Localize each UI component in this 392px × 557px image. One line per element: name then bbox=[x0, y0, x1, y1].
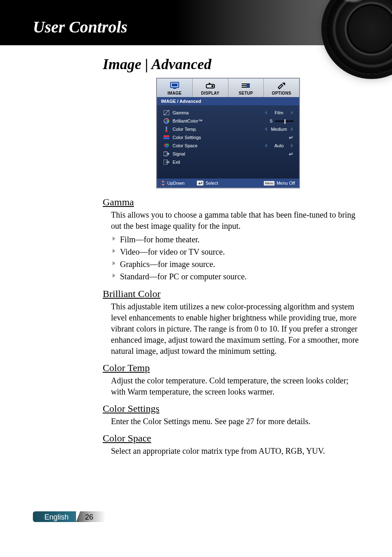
tab-image[interactable]: IMAGE bbox=[157, 79, 193, 97]
list-item: Video—for video or TV source. bbox=[113, 246, 359, 258]
row-label: Signal bbox=[173, 151, 289, 156]
row-label: Color Settings bbox=[173, 135, 289, 140]
brilliantcolor-heading: Brilliant Color bbox=[103, 288, 359, 299]
osd-breadcrumb: IMAGE / Advanced bbox=[157, 97, 299, 105]
footer-language: English bbox=[33, 511, 76, 522]
row-label: Gamma bbox=[173, 110, 265, 115]
row-label: Color Temp. bbox=[173, 127, 265, 132]
svg-rect-16 bbox=[164, 137, 169, 139]
brilliantcolor-text: This adjustable item utilizes a new colo… bbox=[103, 301, 359, 357]
updown-arrows-icon bbox=[161, 180, 165, 186]
row-label: Color Space bbox=[173, 143, 265, 148]
osd-row-signal[interactable]: Signal ↵ bbox=[163, 150, 293, 158]
arrow-left-icon bbox=[265, 127, 267, 131]
arrow-left-icon bbox=[265, 111, 267, 115]
section-title: Image | Advanced bbox=[103, 56, 359, 73]
svg-point-8 bbox=[247, 84, 250, 87]
list-item: Graphics—for image source. bbox=[113, 258, 359, 270]
list-item: Standard—for PC or computer source. bbox=[113, 270, 359, 283]
svg-point-4 bbox=[211, 85, 213, 87]
osd-row-gamma[interactable]: Gamma Film bbox=[163, 109, 293, 117]
slider-track bbox=[275, 121, 293, 122]
tab-setup[interactable]: SETUP bbox=[228, 79, 264, 97]
arrow-right-icon bbox=[291, 127, 293, 131]
colortemp-heading: Color Temp bbox=[103, 362, 359, 374]
svg-rect-2 bbox=[173, 88, 176, 89]
page-header: User Controls bbox=[0, 0, 392, 45]
color-bars-icon bbox=[163, 135, 170, 140]
exit-icon bbox=[163, 159, 170, 165]
osd-row-exit[interactable]: Exit bbox=[163, 158, 293, 166]
row-label: Exit bbox=[173, 160, 293, 165]
tab-label: DISPLAY bbox=[193, 91, 228, 95]
sliders-icon bbox=[228, 81, 264, 90]
thermometer-icon bbox=[163, 126, 170, 132]
page-content: Image | Advanced IMAGE DISPLAY SETUP bbox=[0, 45, 392, 457]
list-item: Film—for home theater. bbox=[113, 233, 359, 246]
svg-point-19 bbox=[165, 145, 168, 148]
gamma-heading: Gamma bbox=[103, 197, 359, 208]
row-value: Medium bbox=[270, 127, 288, 132]
colorsettings-text: Enter the Color Settings menu. See page … bbox=[103, 416, 359, 427]
arrow-left-icon bbox=[265, 144, 267, 148]
colorsettings-heading: Color Settings bbox=[103, 403, 359, 414]
svg-rect-15 bbox=[164, 135, 169, 137]
gamma-text: This allows you to choose a gamma table … bbox=[103, 209, 359, 232]
osd-footer: UpDown Select Menu Menu Off bbox=[157, 179, 299, 188]
tab-options[interactable]: OPTIONS bbox=[264, 79, 299, 97]
arrow-right-icon bbox=[291, 111, 293, 115]
osd-menu: IMAGE DISPLAY SETUP OPTIONS IMA bbox=[156, 78, 300, 188]
menu-key-icon: Menu bbox=[264, 181, 274, 186]
hint-label: Select bbox=[205, 181, 218, 186]
tab-label: SETUP bbox=[228, 91, 264, 95]
tab-label: OPTIONS bbox=[264, 91, 299, 95]
hint-select: Select bbox=[197, 181, 218, 186]
footer-page-number: 26 bbox=[76, 511, 106, 522]
hint-label: Menu Off bbox=[277, 181, 295, 186]
svg-rect-1 bbox=[172, 84, 178, 86]
enter-icon: ↵ bbox=[289, 135, 293, 141]
signal-input-icon bbox=[163, 151, 170, 157]
tab-display[interactable]: DISPLAY bbox=[193, 79, 228, 97]
curve-icon bbox=[163, 110, 170, 116]
osd-row-brilliantcolor[interactable]: BrilliantColor™ 5 bbox=[163, 117, 293, 125]
hint-updown: UpDown bbox=[161, 180, 184, 186]
monitor-icon bbox=[157, 81, 192, 90]
color-wheel-icon bbox=[163, 118, 170, 124]
osd-row-colortemp[interactable]: Color Temp. Medium bbox=[163, 125, 293, 133]
gamma-list: Film—for home theater. Video—for video o… bbox=[103, 232, 359, 283]
svg-rect-22 bbox=[197, 181, 203, 186]
svg-point-9 bbox=[284, 84, 285, 85]
row-value: Film bbox=[270, 110, 288, 115]
colorspace-text: Select an appropriate color matrix type … bbox=[103, 446, 359, 457]
arrow-right-icon bbox=[291, 144, 293, 148]
osd-body: Gamma Film BrilliantColor™ 5 Color Temp.… bbox=[157, 105, 299, 179]
osd-row-colorsettings[interactable]: Color Settings ↵ bbox=[163, 133, 293, 142]
hint-label: UpDown bbox=[167, 181, 184, 186]
slider-knob bbox=[284, 119, 286, 124]
svg-rect-14 bbox=[166, 127, 167, 130]
rgb-overlap-icon bbox=[163, 143, 170, 149]
row-label: BrilliantColor™ bbox=[173, 118, 270, 123]
tab-label: IMAGE bbox=[157, 91, 192, 95]
page-footer: English 26 bbox=[33, 511, 106, 522]
row-value: 5 bbox=[270, 118, 272, 123]
enter-key-icon bbox=[197, 181, 203, 186]
enter-icon: ↵ bbox=[289, 151, 293, 157]
tools-icon bbox=[264, 81, 299, 90]
colorspace-heading: Color Space bbox=[103, 433, 359, 444]
osd-row-colorspace[interactable]: Color Space Auto bbox=[163, 142, 293, 150]
osd-tabs: IMAGE DISPLAY SETUP OPTIONS bbox=[157, 79, 299, 97]
projector-icon bbox=[193, 81, 228, 90]
colortemp-text: Adjust the color temperature. Cold tempe… bbox=[103, 375, 359, 397]
hint-menuoff: Menu Menu Off bbox=[264, 181, 295, 186]
row-value: Auto bbox=[270, 143, 288, 148]
